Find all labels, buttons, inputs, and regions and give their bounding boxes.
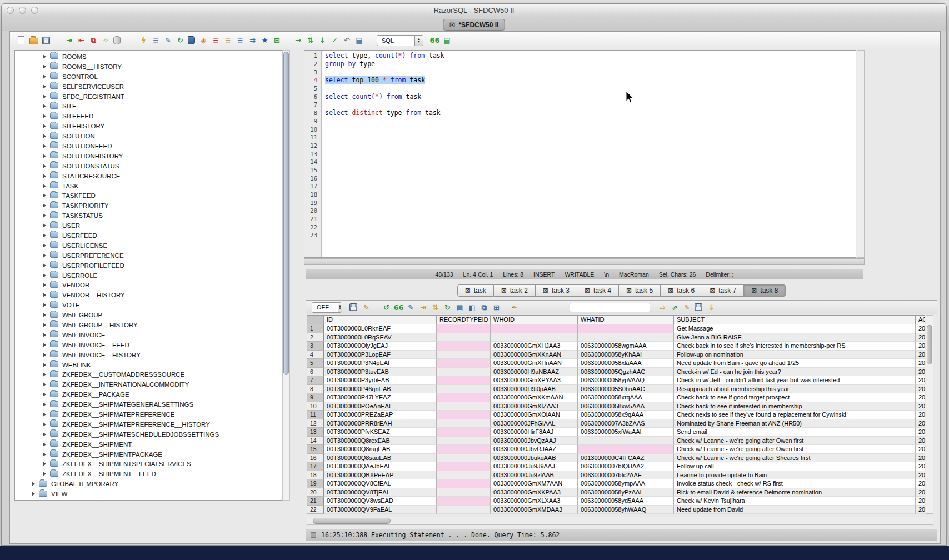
editor-line[interactable]: 18 bbox=[304, 191, 856, 199]
result-tab-task-3[interactable]: ⊠task 3 bbox=[536, 284, 577, 297]
grid-cell[interactable]: 00T3000000P3tuvEAB bbox=[324, 368, 437, 377]
disclosure-triangle-icon[interactable] bbox=[32, 492, 35, 496]
export-results-icon[interactable]: ⇗ bbox=[670, 303, 680, 312]
grid-cell[interactable]: Need update from David bbox=[674, 506, 916, 514]
grid-cell[interactable]: 00T3000000P47LYEAZ bbox=[324, 393, 437, 402]
results-search-input[interactable] bbox=[570, 303, 650, 312]
grid-cell[interactable]: 006300000058xrqAAA bbox=[578, 393, 674, 402]
disclosure-triangle-icon[interactable] bbox=[43, 74, 46, 79]
grid-cell[interactable]: 00T3000000PREZaEAP bbox=[324, 411, 437, 419]
grid-cell[interactable] bbox=[437, 411, 491, 419]
tree-item-w50_invoice[interactable]: W50_INVOICE bbox=[15, 330, 282, 340]
grid-cell[interactable]: 00630000007A3bZAAS bbox=[578, 419, 674, 428]
close-tab-icon[interactable]: ⊠ bbox=[501, 287, 507, 294]
tree-item-rooms__history[interactable]: ROOMS__HISTORY bbox=[15, 62, 282, 72]
fetch-more-icon[interactable]: ⇓ bbox=[707, 303, 716, 312]
combo-stepper-icon[interactable]: ▲▼ bbox=[338, 303, 342, 312]
table-row[interactable]: 1500T3000000Q8rugEAB0033000000JbvRJAAZCh… bbox=[307, 445, 925, 454]
export-file-icon[interactable]: ⇤ bbox=[77, 36, 86, 45]
tree-item-zkfedex__shipmatescheduledjobssettings[interactable]: ZKFEDEX__SHIPMATESCHEDULEDJOBSSETTINGS bbox=[15, 429, 282, 439]
grid-cell[interactable] bbox=[437, 419, 491, 428]
disclosure-triangle-icon[interactable] bbox=[43, 432, 46, 437]
table-row[interactable]: 700T3000000P3yrbEAB0033000000GmXPYAA3006… bbox=[307, 376, 925, 385]
table-row[interactable]: 500T3000000P3N4pEAF0033000000GmXHnAAN006… bbox=[307, 359, 925, 368]
tree-item-taskpriority[interactable]: TASKPRIORITY bbox=[15, 201, 282, 211]
grid-cell[interactable]: 200 bbox=[916, 437, 925, 446]
grid-cell[interactable]: 006300000058wgmAAA bbox=[578, 342, 674, 351]
table-row[interactable]: 200T3000000L0RqSEAVGive Jenn a BIG RAISE… bbox=[307, 333, 925, 342]
grid-cell[interactable]: 006300000058yKhAAI bbox=[578, 351, 674, 359]
tree-item-rooms[interactable]: ROOMS bbox=[15, 52, 282, 62]
grid-cell[interactable]: 006300000058yPzAAI bbox=[578, 488, 674, 497]
grid-cell[interactable]: Invoice status check - check w/ RS first bbox=[674, 479, 916, 488]
result-tab-task[interactable]: ⊠task bbox=[457, 284, 494, 297]
editor-line[interactable]: 9 bbox=[304, 117, 856, 126]
grid-cell[interactable]: 00T3000000L0RknEAF bbox=[324, 324, 437, 333]
table-row[interactable]: 1800T3000000QBXPeEAP0033000000Ju9zlAAB00… bbox=[307, 471, 925, 480]
grid-cell[interactable]: 00T3000000QV8TjEAL bbox=[324, 488, 437, 497]
close-tab-icon[interactable]: ⊠ bbox=[710, 287, 715, 294]
grid-cell[interactable] bbox=[437, 445, 491, 454]
editor-line[interactable]: 15 bbox=[304, 166, 856, 174]
editor-line[interactable]: 21 bbox=[304, 215, 856, 223]
editor-line[interactable]: 16 bbox=[304, 174, 856, 182]
tree-item-task[interactable]: TASK bbox=[15, 181, 282, 191]
disclosure-triangle-icon[interactable] bbox=[43, 412, 46, 417]
disclosure-triangle-icon[interactable] bbox=[43, 253, 46, 258]
results-vscrollbar[interactable] bbox=[926, 315, 933, 514]
grid-cell[interactable]: Check w/ Leanne - we're going after Owen… bbox=[674, 445, 916, 454]
grid-cell[interactable]: 0033000000JFhGlAAL bbox=[491, 419, 578, 428]
tree-item-vendor[interactable]: VENDOR bbox=[15, 280, 282, 290]
grid-cell[interactable]: 00T3000000PRR8rEAH bbox=[324, 419, 437, 428]
tree-item-sfdc_registrant[interactable]: SFDC_REGISTRANT bbox=[15, 92, 282, 102]
grid-cell[interactable]: 0033000000JbvQzAAJ bbox=[491, 437, 578, 446]
refresh-results-icon[interactable]: ↺ bbox=[382, 303, 391, 312]
column-header[interactable]: AC bbox=[916, 316, 925, 324]
table-row[interactable]: 600T3000000P3tuvEAB0033000000H9aNBAAZ006… bbox=[307, 368, 925, 377]
grid-cell[interactable] bbox=[437, 351, 491, 359]
disclosure-triangle-icon[interactable] bbox=[43, 233, 46, 238]
disclosure-triangle-icon[interactable] bbox=[43, 263, 46, 268]
grid-cell[interactable]: 006300000058x9qAAA bbox=[578, 411, 674, 419]
disclosure-triangle-icon[interactable] bbox=[43, 243, 46, 248]
edit-table-icon[interactable]: ✎ bbox=[163, 36, 173, 45]
grid-cell[interactable]: 006300000058xw5AAA bbox=[578, 402, 674, 411]
grid-cell[interactable]: 0033000000GmXM7AAN bbox=[491, 479, 578, 488]
tree-item-solutionstatus[interactable]: SOLUTIONSTATUS bbox=[15, 161, 282, 171]
tree-item-staticresource[interactable]: STATICRESOURCE bbox=[15, 171, 282, 181]
table-row[interactable]: 900T3000000P47LYEAZ0033000000GmXKmAAN006… bbox=[307, 393, 925, 402]
column-header[interactable]: ID bbox=[324, 316, 437, 324]
grid-cell[interactable]: Check-in w/ Jeff - couldn't afford last … bbox=[674, 376, 916, 385]
close-tab-icon[interactable]: ⊠ bbox=[465, 287, 471, 294]
grid-cell[interactable]: 00T3000000QAeJbEAL bbox=[324, 462, 437, 471]
grid-cell[interactable]: 0033000000GmXKPAA3 bbox=[491, 488, 578, 497]
grid-cell[interactable]: 0033000000H9i0pAAB bbox=[491, 385, 578, 394]
editor-line[interactable]: 13 bbox=[304, 149, 856, 158]
grid-cell[interactable]: 00630000005QgzhAAC bbox=[578, 368, 674, 377]
grid-cell[interactable]: 200 bbox=[916, 376, 925, 385]
editor-line[interactable]: 2group by type bbox=[304, 60, 856, 68]
grid-cell[interactable]: 006300000058ympAAA bbox=[578, 479, 674, 488]
grid-cell[interactable]: 00T3000000L0RqSEAV bbox=[324, 333, 437, 342]
grid-cell[interactable]: 00T3000000QV9FaEAL bbox=[324, 506, 437, 514]
grid-cell[interactable]: Nominated by Shane Freeman at ANZ (HR50) bbox=[674, 419, 916, 428]
grid-cell[interactable]: 00T3000000QV8wsEAD bbox=[324, 497, 437, 506]
grid-cell[interactable]: 00T3000000P46qnEAB bbox=[324, 385, 437, 394]
results-vscrollbar-thumb[interactable] bbox=[927, 325, 932, 364]
close-tab-icon[interactable]: ⊠ bbox=[449, 21, 456, 28]
editor-line[interactable]: 4select top 100 * from task bbox=[304, 76, 856, 84]
execute-statement-icon[interactable]: → bbox=[293, 36, 303, 45]
editor-line[interactable]: 1select type, count(*) from task bbox=[304, 52, 856, 60]
grid-cell[interactable] bbox=[437, 333, 491, 342]
tree-item-selfserviceuser[interactable]: SELFSERVICEUSER bbox=[15, 82, 282, 92]
tree-item-vote[interactable]: VOTE bbox=[15, 300, 282, 310]
new-file-icon[interactable] bbox=[18, 36, 24, 44]
grid-cell[interactable] bbox=[437, 462, 491, 471]
grid-cell[interactable]: 0033000000GmXIZAA3 bbox=[491, 402, 578, 411]
grid-cell[interactable]: 200 bbox=[916, 419, 925, 428]
editor-line[interactable]: 11 bbox=[304, 133, 856, 142]
grid-cell[interactable]: 200 bbox=[916, 393, 925, 402]
grid-cell[interactable] bbox=[437, 324, 491, 333]
disclosure-triangle-icon[interactable] bbox=[43, 84, 46, 89]
grid-cell[interactable]: 200 bbox=[916, 333, 925, 342]
